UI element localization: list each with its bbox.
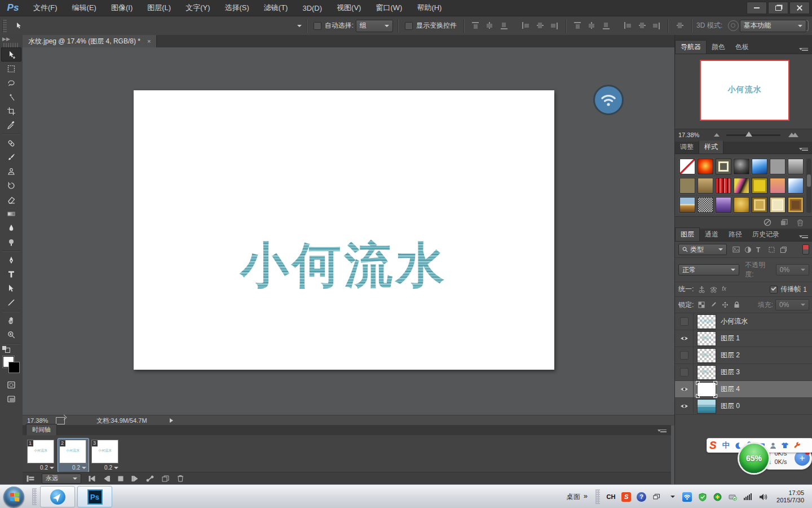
filter-adjustment-icon[interactable] — [744, 246, 752, 253]
tool-gradient[interactable] — [1, 207, 21, 221]
layer-name[interactable]: 图层 0 — [721, 401, 740, 411]
tab-layers[interactable]: 图层 — [675, 227, 700, 241]
distribute-vcenter-button[interactable] — [588, 21, 596, 30]
distribute-left-button[interactable] — [624, 21, 632, 30]
layer-row-4-selected[interactable]: 图层 4 — [675, 381, 812, 398]
tool-dodge[interactable] — [1, 235, 21, 249]
status-expand-icon[interactable] — [170, 418, 173, 423]
show-transform-checkbox[interactable] — [405, 22, 413, 30]
tween-settings-icon[interactable] — [27, 475, 34, 482]
slider-thumb[interactable] — [745, 132, 752, 137]
color-swatches[interactable] — [3, 356, 20, 373]
lock-all-icon[interactable] — [734, 301, 741, 309]
style-swatch[interactable] — [679, 197, 695, 213]
style-swatch[interactable] — [752, 159, 767, 174]
distribute-hcenter-button[interactable] — [638, 21, 646, 30]
sogou-logo[interactable]: S — [709, 439, 717, 452]
style-swatch[interactable] — [734, 159, 749, 174]
tool-hand[interactable] — [1, 313, 21, 327]
tool-blur[interactable] — [1, 221, 21, 235]
auto-select-dropdown[interactable]: 组 — [356, 20, 393, 32]
hardware-tray-icon[interactable] — [728, 492, 738, 502]
menu-type[interactable]: 文字(Y) — [178, 3, 217, 13]
tool-path-select[interactable] — [1, 281, 21, 295]
tool-lasso[interactable] — [1, 76, 21, 90]
navigator-menu-icon[interactable] — [799, 46, 808, 52]
volume-tray-icon[interactable] — [758, 492, 768, 502]
layer-row-xiaoheliushui[interactable]: 小何流水 小何流水 — [675, 313, 812, 330]
screen-mode-button[interactable] — [1, 392, 21, 406]
navigator-zoom-value[interactable]: 17.38% — [678, 132, 699, 138]
tween-frames-icon[interactable] — [146, 475, 154, 482]
layer-thumbnail[interactable]: 图层 2 — [697, 348, 716, 363]
menu-view[interactable]: 视图(V) — [329, 3, 368, 13]
unify-style-icon[interactable]: fx — [722, 286, 729, 293]
style-swatch[interactable] — [716, 159, 731, 174]
timeline-tab[interactable]: 时间轴 — [26, 424, 57, 435]
accelerator-plus-button[interactable]: + — [795, 450, 810, 466]
tab-close-icon[interactable]: × — [147, 38, 151, 45]
tab-navigator[interactable]: 导航器 — [675, 40, 707, 54]
layer-name[interactable]: 小何流水 — [721, 317, 748, 326]
timeline-menu-icon[interactable] — [657, 428, 667, 433]
close-button[interactable] — [789, 2, 810, 14]
lock-position-icon[interactable] — [722, 301, 729, 309]
new-frame-button[interactable] — [162, 475, 169, 482]
style-swatch[interactable] — [788, 197, 804, 213]
chinese-mode-button[interactable]: 中 — [722, 440, 730, 450]
tool-zoom[interactable] — [1, 327, 21, 341]
frame-3[interactable]: 3 小何流水 0.2 — [90, 439, 121, 472]
layers-menu-icon[interactable] — [799, 234, 808, 239]
style-swatch[interactable] — [788, 178, 804, 194]
menu-help[interactable]: 帮助(H) — [409, 3, 449, 13]
lock-transparent-icon[interactable] — [698, 301, 705, 309]
network-signal-tray-icon[interactable] — [743, 492, 753, 502]
style-swatch[interactable] — [752, 178, 767, 194]
style-swatch[interactable] — [698, 178, 713, 194]
tab-channels[interactable]: 通道 — [700, 228, 723, 241]
3d-rotate-icon[interactable] — [728, 20, 739, 31]
visibility-cell[interactable] — [675, 313, 694, 330]
settings-wrench-icon[interactable] — [793, 442, 801, 449]
visibility-cell[interactable] — [675, 364, 694, 380]
frame-delay[interactable]: 0.2 — [91, 463, 120, 471]
toolbar-collapse-button[interactable]: ▶▶ — [0, 35, 23, 43]
filter-shape-icon[interactable] — [768, 246, 775, 253]
workspace-dropdown[interactable]: 基本功能 — [740, 20, 806, 32]
tab-history[interactable]: 历史记录 — [747, 228, 784, 241]
frame-delay[interactable]: 0.2 — [27, 463, 55, 471]
start-button[interactable] — [3, 487, 24, 507]
lock-pixels-icon[interactable] — [710, 301, 717, 309]
show-window-tray-icon[interactable] — [652, 492, 661, 502]
menu-file[interactable]: 文件(F) — [26, 3, 65, 13]
menu-edit[interactable]: 编辑(E) — [65, 3, 104, 13]
menu-3d[interactable]: 3D(D) — [295, 4, 329, 12]
menu-layer[interactable]: 图层(L) — [140, 3, 178, 13]
tool-clone-stamp[interactable] — [1, 164, 21, 178]
first-frame-button[interactable] — [89, 476, 95, 481]
align-right-button[interactable] — [550, 21, 558, 30]
visibility-cell[interactable] — [675, 381, 694, 397]
minimize-button[interactable] — [747, 2, 767, 14]
style-swatch[interactable] — [734, 178, 749, 194]
new-style-button[interactable] — [780, 219, 788, 226]
zoom-in-icon[interactable] — [788, 133, 797, 137]
share-icon[interactable] — [56, 417, 65, 424]
help-tray-icon[interactable]: ? — [637, 492, 646, 502]
style-swatch[interactable] — [716, 178, 731, 194]
style-swatch[interactable] — [770, 197, 785, 213]
style-swatch[interactable] — [734, 197, 749, 213]
clear-style-button[interactable] — [764, 218, 771, 226]
zoom-out-icon[interactable] — [714, 133, 720, 137]
navigator-zoom-slider[interactable] — [726, 134, 780, 136]
align-top-button[interactable] — [471, 21, 480, 30]
canvas[interactable]: 小何流水 — [134, 90, 554, 370]
toolbar-chevron[interactable]: » — [584, 492, 588, 500]
blend-mode-dropdown[interactable]: 正常 — [678, 264, 739, 275]
background-color[interactable] — [8, 362, 20, 373]
styles-menu-icon[interactable] — [799, 146, 808, 152]
visibility-off-box[interactable] — [680, 317, 689, 326]
align-left-button[interactable] — [522, 21, 530, 30]
align-vcenter-button[interactable] — [486, 21, 494, 30]
desktop-toolbar-label[interactable]: 桌面 — [567, 492, 580, 502]
